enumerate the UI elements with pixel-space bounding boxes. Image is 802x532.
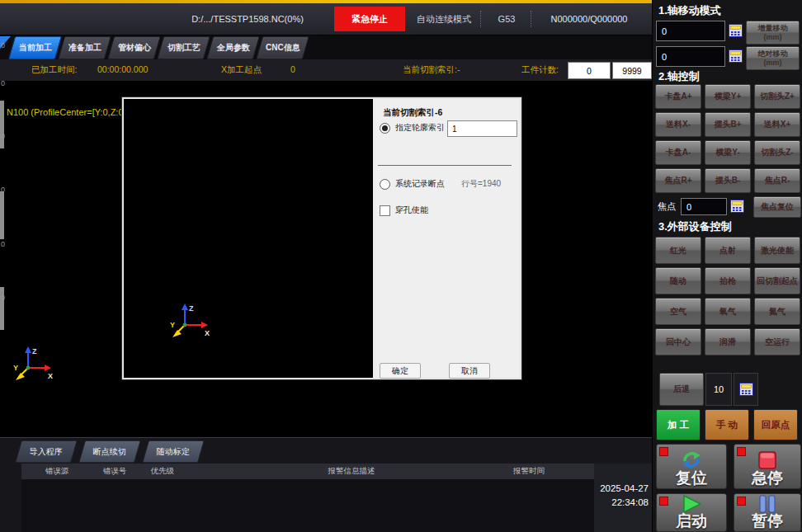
back-distance-input[interactable]: 10 bbox=[705, 373, 732, 406]
button-chuck-a-plus[interactable]: 卡盘A+ bbox=[655, 84, 701, 109]
ok-button[interactable]: 确定 bbox=[380, 363, 421, 379]
edge-mark: 0 bbox=[1, 186, 5, 194]
button-burst[interactable]: 点射 bbox=[705, 237, 751, 264]
absolute-move-input[interactable]: 0 bbox=[656, 46, 725, 67]
part-count-input[interactable]: 0 bbox=[568, 62, 611, 79]
button-unit: (mm) bbox=[764, 59, 782, 67]
button-laser-enable[interactable]: 激光使能 bbox=[754, 237, 800, 264]
reset-button[interactable]: 复位 bbox=[656, 444, 727, 489]
focus-input[interactable]: 0 bbox=[681, 198, 727, 215]
alarm-table-body[interactable] bbox=[21, 479, 594, 532]
alarm-panel: 导入程序 断点续切 随动标定 错误源 错误号 优先级 报警信息描述 报警时间 2… bbox=[0, 437, 652, 532]
tab-import-program[interactable]: 导入程序 bbox=[15, 440, 78, 463]
processing-mode-button[interactable]: 加 工 bbox=[656, 409, 701, 440]
breakpoint-line-number: 行号=1940 bbox=[461, 178, 501, 190]
button-swing-b-plus[interactable]: 摆头B+ bbox=[705, 112, 751, 137]
calculator-icon[interactable] bbox=[729, 24, 743, 37]
elapsed-time-value: 00:00:00.000 bbox=[97, 64, 148, 74]
absolute-move-button[interactable]: 绝对移动 (mm) bbox=[746, 46, 800, 70]
button-lubricate[interactable]: 润滑 bbox=[705, 328, 751, 355]
focus-reset-button[interactable]: 焦点复位 bbox=[753, 196, 801, 218]
control-panel: 1.轴移动模式 0 增量移动 (mm) 0 绝对移动 (mm) 2.轴控制 卡盘… bbox=[652, 0, 802, 532]
profile-index-input[interactable]: 1 bbox=[447, 120, 517, 137]
axis-triad-icon: Z X Y bbox=[170, 300, 211, 341]
back-calc-tile[interactable] bbox=[734, 373, 758, 406]
col-error-number: 错误号 bbox=[94, 466, 135, 477]
radio-profile-index-label: 指定轮廓索引 bbox=[395, 122, 445, 134]
button-oxygen[interactable]: 氧气 bbox=[705, 298, 751, 325]
coord-system-label: G53 bbox=[485, 3, 528, 35]
topbar-separator bbox=[480, 11, 481, 27]
cut-index-label: 当前切割索引:- bbox=[403, 64, 460, 76]
home-button[interactable]: 回原点 bbox=[753, 409, 798, 440]
button-chuck-a-minus[interactable]: 卡盘A- bbox=[655, 140, 701, 165]
radio-profile-index[interactable] bbox=[380, 123, 390, 134]
tab-follow-calibration[interactable]: 随动标定 bbox=[142, 440, 205, 463]
tab-cutting-process[interactable]: 切割工艺 bbox=[157, 36, 210, 59]
button-swing-b-minus[interactable]: 摆头B- bbox=[705, 168, 751, 193]
cut-preview-area[interactable]: Z X Y bbox=[124, 99, 373, 378]
status-indicator bbox=[659, 497, 668, 506]
datetime-display: 2025-04-27 22:34:08 bbox=[594, 464, 652, 532]
button-air[interactable]: 空气 bbox=[655, 298, 701, 325]
focus-label: 焦点 bbox=[658, 200, 676, 213]
play-icon bbox=[681, 494, 702, 513]
button-focus-r-plus[interactable]: 焦点R+ bbox=[655, 168, 701, 193]
back-button[interactable]: 后退 bbox=[659, 373, 704, 406]
tab-cnc-info[interactable]: CNC信息 bbox=[256, 36, 309, 59]
tab-label: 切割工艺 bbox=[167, 42, 200, 54]
tab-global-params[interactable]: 全局参数 bbox=[206, 36, 260, 59]
button-cuthead-z-minus[interactable]: 切割头Z- bbox=[754, 140, 800, 165]
tab-label: 随动标定 bbox=[157, 446, 190, 458]
device-button-grid: 红光 点射 激光使能 随动 抬枪 回切割起点 空气 氧气 氮气 回中心 润滑 空… bbox=[655, 237, 800, 355]
button-return-cut-start[interactable]: 回切割起点 bbox=[754, 267, 800, 294]
auto-continuous-mode-label: 自动连续模式 bbox=[410, 3, 478, 35]
emergency-stop-big-button[interactable]: 急停 bbox=[734, 444, 801, 489]
col-alarm-description: 报警信息描述 bbox=[269, 466, 434, 477]
elapsed-time-label: 已加工时间: bbox=[31, 64, 77, 76]
button-red-light[interactable]: 红光 bbox=[655, 237, 701, 264]
nc-line-counter: N000000/Q000000 bbox=[535, 3, 644, 35]
tab-prepare-processing[interactable]: 准备加工 bbox=[58, 36, 111, 59]
process-info-bar: 已加工时间: 00:00:00.000 X加工起点 0 当前切割索引:- 工件计… bbox=[0, 59, 652, 82]
tab-breakpoint-resume[interactable]: 断点续切 bbox=[78, 440, 141, 463]
button-follow[interactable]: 随动 bbox=[655, 267, 701, 294]
button-cuthead-z-plus[interactable]: 切割头Z+ bbox=[754, 84, 800, 109]
calculator-icon[interactable] bbox=[729, 49, 743, 63]
dialog-separator bbox=[378, 165, 512, 166]
col-alarm-time: 报警时间 bbox=[484, 466, 574, 477]
part-count-label: 工件计数: bbox=[521, 64, 559, 76]
incremental-move-button[interactable]: 增量移动 (mm) bbox=[746, 21, 800, 45]
tab-label: 全局参数 bbox=[217, 42, 250, 54]
button-feed-x-minus[interactable]: 送料X- bbox=[655, 112, 701, 137]
button-dry-run[interactable]: 空运行 bbox=[754, 328, 800, 355]
pierce-enable-checkbox[interactable] bbox=[380, 205, 390, 216]
cancel-button[interactable]: 取消 bbox=[449, 363, 490, 379]
status-indicator bbox=[737, 447, 746, 456]
button-beam-y-minus[interactable]: 横梁Y- bbox=[705, 140, 751, 165]
button-focus-r-minus[interactable]: 焦点R- bbox=[754, 168, 800, 193]
button-nitrogen[interactable]: 氮气 bbox=[754, 298, 800, 325]
part-count-limit-input[interactable]: 9999 bbox=[612, 62, 652, 79]
axis-x-label: X bbox=[48, 372, 53, 380]
start-button[interactable]: 启动 bbox=[656, 493, 727, 532]
button-return-center[interactable]: 回中心 bbox=[655, 328, 701, 355]
button-label: 复位 bbox=[676, 470, 707, 487]
axis-button-grid: 卡盘A+ 横梁Y+ 切割头Z+ 送料X- 摆头B+ 送料X+ 卡盘A- 横梁Y-… bbox=[655, 84, 800, 193]
tab-label: 准备加工 bbox=[68, 42, 101, 54]
emergency-stop-button[interactable]: 紧急停止 bbox=[334, 7, 405, 31]
incremental-move-input[interactable]: 0 bbox=[656, 21, 725, 41]
tab-tube-eccentricity[interactable]: 管材偏心 bbox=[107, 36, 161, 59]
button-feed-x-plus[interactable]: 送料X+ bbox=[754, 112, 800, 137]
status-indicator bbox=[659, 447, 668, 456]
button-lift-gun[interactable]: 抬枪 bbox=[705, 267, 751, 294]
axis-triad-icon: Z X Y bbox=[13, 343, 54, 384]
manual-mode-button[interactable]: 手 动 bbox=[705, 409, 749, 440]
calculator-icon[interactable] bbox=[730, 200, 744, 213]
radio-system-breakpoint[interactable] bbox=[380, 179, 390, 190]
pause-button[interactable]: 暂停 bbox=[734, 493, 801, 532]
tab-current-processing[interactable]: 当前加工 bbox=[8, 36, 62, 59]
edge-mark: 0 bbox=[1, 41, 5, 49]
button-beam-y-plus[interactable]: 横梁Y+ bbox=[705, 84, 751, 109]
edge-mark: 0 bbox=[1, 240, 5, 248]
